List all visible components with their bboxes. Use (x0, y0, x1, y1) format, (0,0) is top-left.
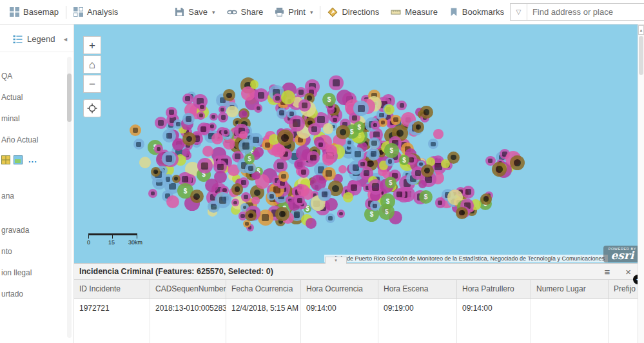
home-button[interactable]: ⌂ (83, 55, 101, 74)
incident-marker[interactable] (210, 113, 218, 121)
incident-marker[interactable] (336, 125, 350, 139)
layer-thumbnail-icon[interactable] (14, 155, 23, 164)
incident-marker[interactable] (271, 144, 285, 157)
incident-marker[interactable] (323, 123, 333, 133)
incident-marker[interactable] (250, 80, 259, 89)
bookmarks-button[interactable]: Bookmarks (444, 0, 510, 24)
page-scrollbar[interactable]: ▲ (638, 24, 644, 343)
collapse-panel-icon[interactable]: ◄ (63, 36, 68, 43)
incident-marker[interactable] (223, 89, 235, 101)
table-row[interactable]: 19727212018:13-010:00528312/4/2018, 5:15… (74, 299, 644, 317)
incident-marker[interactable] (239, 139, 253, 153)
incident-marker[interactable] (166, 107, 177, 119)
incident-marker[interactable]: $ (244, 153, 255, 164)
incident-marker[interactable] (413, 121, 424, 132)
incident-marker[interactable] (456, 207, 468, 219)
share-button[interactable]: Share (221, 0, 269, 24)
incident-marker[interactable] (295, 160, 304, 169)
incident-marker[interactable]: $ (419, 190, 433, 204)
incident-marker[interactable] (166, 195, 179, 208)
incident-marker[interactable] (510, 155, 525, 171)
incident-marker[interactable] (420, 106, 433, 119)
geocoder-dropdown-button[interactable]: ▽ (511, 4, 527, 20)
incident-marker[interactable] (391, 115, 401, 125)
incident-marker[interactable] (197, 112, 205, 120)
incident-marker[interactable] (329, 75, 343, 90)
incident-marker[interactable] (418, 180, 427, 188)
incident-marker[interactable] (297, 184, 309, 197)
locate-button[interactable] (83, 99, 101, 117)
column-header[interactable]: CADSequenNumber (150, 280, 226, 299)
incident-marker[interactable] (308, 123, 320, 135)
incident-marker[interactable] (182, 113, 195, 125)
incident-marker[interactable]: $ (385, 177, 396, 188)
column-header[interactable]: Hora Escena (378, 280, 457, 299)
column-header[interactable]: Fecha Ocurrencia (226, 280, 301, 299)
incident-marker[interactable] (231, 183, 244, 195)
incident-marker[interactable] (254, 104, 262, 112)
incident-marker[interactable] (343, 192, 354, 203)
incident-marker[interactable] (428, 139, 438, 149)
incident-marker[interactable] (130, 124, 141, 136)
incident-marker[interactable] (433, 129, 444, 139)
incident-marker[interactable] (281, 90, 295, 104)
incident-marker[interactable] (182, 93, 193, 104)
table-options-icon[interactable]: ≡ (604, 266, 610, 277)
more-options-icon[interactable]: ... (28, 157, 37, 163)
scroll-up-icon[interactable]: ▲ (638, 25, 644, 35)
layer-thumbnail-icon[interactable] (1, 155, 10, 164)
incident-marker[interactable] (245, 210, 256, 221)
incident-marker[interactable] (215, 192, 231, 208)
zoom-in-button[interactable]: + (83, 36, 101, 54)
incident-marker[interactable] (197, 158, 213, 173)
incident-marker[interactable] (307, 151, 320, 164)
incident-marker[interactable] (337, 210, 345, 217)
basemap-button[interactable]: Basemap (4, 0, 64, 24)
incident-marker[interactable] (275, 207, 289, 221)
incident-marker[interactable] (151, 167, 161, 177)
sidebar-scrollbar[interactable] (67, 57, 72, 338)
incident-marker[interactable] (396, 101, 406, 110)
map[interactable]: $$$$$$$$$$$$$$$$$$$$$$$$$ + ⌂ − 0 15 30k… (74, 24, 644, 263)
column-header[interactable]: Hora Ocurrencia (301, 280, 378, 299)
incident-marker[interactable] (251, 197, 260, 205)
incident-marker[interactable] (369, 137, 380, 149)
analysis-button[interactable]: Analysis (68, 0, 124, 24)
search-input[interactable] (527, 4, 644, 20)
incident-marker[interactable] (245, 163, 256, 174)
incident-marker[interactable] (480, 193, 492, 205)
column-header[interactable]: Numero Lugar (531, 280, 609, 299)
incident-marker[interactable] (326, 213, 335, 223)
save-button[interactable]: Save ▾ (169, 0, 220, 24)
table-close-icon[interactable]: × (625, 266, 631, 277)
incident-marker[interactable] (485, 156, 495, 166)
incident-marker[interactable] (139, 157, 151, 168)
table-collapse-handle[interactable]: ▾ (325, 257, 347, 264)
incident-marker[interactable] (197, 122, 210, 135)
incident-marker[interactable] (367, 148, 380, 161)
sidebar-scrollbar-thumb[interactable] (67, 74, 72, 122)
incident-marker[interactable] (148, 189, 157, 198)
incident-marker[interactable] (254, 88, 268, 103)
incident-marker[interactable] (277, 108, 288, 119)
incident-marker[interactable] (338, 165, 347, 173)
incident-marker[interactable] (254, 147, 264, 157)
incident-marker[interactable] (182, 132, 195, 145)
incident-marker[interactable] (358, 159, 367, 169)
zoom-out-button[interactable]: − (83, 75, 101, 93)
column-header[interactable]: Hora Patrullero (457, 280, 531, 299)
incident-marker[interactable] (298, 99, 310, 111)
incident-marker[interactable] (190, 190, 204, 203)
incident-marker[interactable] (370, 201, 380, 211)
directions-button[interactable]: Directions (322, 0, 385, 24)
incident-marker[interactable] (353, 101, 369, 116)
incident-marker[interactable] (162, 152, 176, 166)
incident-marker[interactable] (385, 157, 395, 166)
incident-marker[interactable] (306, 218, 317, 229)
incident-marker[interactable] (172, 175, 181, 183)
incident-marker[interactable] (421, 164, 434, 177)
incident-marker[interactable] (133, 139, 144, 150)
page-scrollbar-thumb[interactable] (639, 36, 643, 75)
incident-marker[interactable] (289, 115, 305, 132)
incident-marker[interactable] (155, 117, 168, 130)
